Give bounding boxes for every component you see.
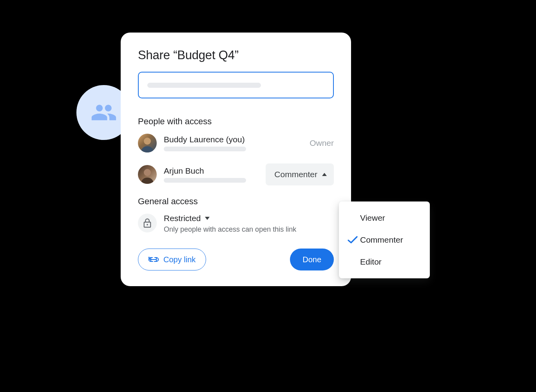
svg-point-1 (144, 169, 151, 176)
general-access-mode-dropdown[interactable]: Restricted (164, 214, 210, 223)
done-button[interactable]: Done (290, 249, 334, 270)
avatar (138, 134, 157, 152)
input-placeholder-skeleton (147, 83, 261, 88)
person-email-skeleton (164, 147, 246, 151)
dialog-title: Share “Budget Q4” (138, 48, 334, 62)
person-role-dropdown[interactable]: Commenter (266, 163, 334, 185)
person-name: Buddy Laurence (you) (164, 135, 306, 144)
person-role-label: Owner (310, 138, 334, 148)
person-name: Arjun Buch (164, 166, 266, 176)
person-email-skeleton (164, 178, 246, 183)
general-access-description: Only people with access can open this li… (164, 225, 296, 234)
copy-link-button[interactable]: Copy link (138, 249, 206, 270)
link-icon (148, 257, 159, 262)
copy-link-label: Copy link (163, 255, 196, 264)
people-icon (91, 99, 117, 126)
avatar (138, 165, 157, 184)
people-with-access-heading: People with access (138, 116, 334, 127)
person-row: Buddy Laurence (you) Owner (138, 134, 334, 152)
role-option-label: Viewer (360, 213, 385, 223)
person-row: Arjun Buch Commenter (138, 163, 334, 185)
add-people-input[interactable] (138, 72, 334, 98)
chevron-up-icon (322, 173, 327, 176)
role-option-commenter[interactable]: Commenter (339, 229, 430, 251)
role-options-menu: Viewer Commenter Editor (339, 201, 430, 278)
role-option-viewer[interactable]: Viewer (339, 207, 430, 229)
svg-point-2 (147, 224, 148, 225)
share-dialog: Share “Budget Q4” People with access Bud… (121, 33, 351, 286)
lock-icon-container (138, 214, 157, 232)
check-icon (347, 236, 359, 244)
chevron-down-icon (205, 217, 210, 220)
role-option-label: Editor (360, 257, 382, 267)
svg-point-0 (144, 138, 151, 145)
person-role-selected: Commenter (274, 170, 317, 179)
lock-icon (143, 218, 152, 228)
role-option-editor[interactable]: Editor (339, 251, 430, 273)
general-access-mode-label: Restricted (164, 214, 201, 223)
general-access-heading: General access (138, 196, 334, 207)
role-option-label: Commenter (360, 235, 403, 245)
